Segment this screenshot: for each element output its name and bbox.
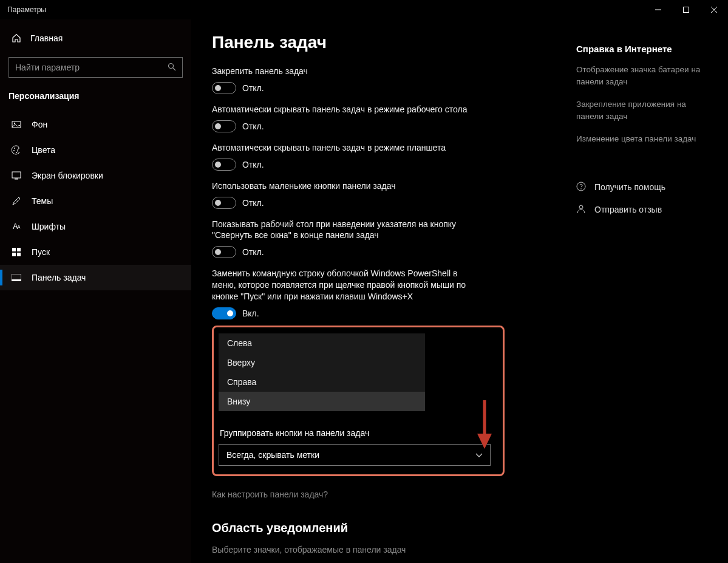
svg-rect-14 <box>17 248 21 251</box>
toggle-lock[interactable] <box>212 82 236 94</box>
svg-point-21 <box>579 205 583 209</box>
nav-start[interactable]: Пуск <box>0 239 191 265</box>
font-icon: AA <box>11 221 22 232</box>
setting-lock-taskbar: Закрепить панель задач Откл. <box>212 66 552 94</box>
setting-powershell: Заменить командную строку оболочкой Wind… <box>212 268 552 319</box>
home-label: Главная <box>30 33 63 43</box>
nav-label: Цвета <box>32 145 55 155</box>
svg-rect-18 <box>12 279 21 281</box>
aside: Справка в Интернете Отображение значка б… <box>576 33 705 563</box>
window-controls <box>644 0 728 19</box>
nav-label: Шрифты <box>32 222 66 231</box>
section-label: Персонализация <box>0 85 191 112</box>
aside-link-color[interactable]: Изменение цвета панели задач <box>576 133 705 145</box>
notification-area-heading: Область уведомлений <box>212 521 552 535</box>
nav-fonts[interactable]: AA Шрифты <box>0 214 191 239</box>
option-left[interactable]: Слева <box>219 333 425 353</box>
home-icon <box>11 33 22 44</box>
group-buttons-select[interactable]: Всегда, скрывать метки <box>219 444 491 466</box>
toggle-autohide-tablet[interactable] <box>212 159 236 171</box>
nav-label: Фон <box>32 120 47 129</box>
setting-label: Автоматически скрывать панель задач в ре… <box>212 142 473 154</box>
svg-point-10 <box>16 152 17 153</box>
annotation-highlight: Слева Вверху Справа Внизу Группировать к… <box>212 326 505 476</box>
svg-point-8 <box>14 148 15 149</box>
search-input[interactable]: Найти параметр <box>9 57 183 78</box>
option-right[interactable]: Справа <box>219 372 425 392</box>
toggle-small-buttons[interactable] <box>212 197 236 209</box>
setting-small-buttons: Использовать маленькие кнопки панели зад… <box>212 180 552 209</box>
toggle-autohide-desktop[interactable] <box>212 120 236 132</box>
nav-themes[interactable]: Темы <box>0 188 191 214</box>
page-title: Панель задач <box>212 33 552 52</box>
aside-link-pin[interactable]: Закрепление приложения на панели задач <box>576 98 705 122</box>
svg-rect-12 <box>15 179 18 180</box>
svg-point-9 <box>13 150 15 151</box>
search-placeholder: Найти параметр <box>15 63 80 72</box>
get-help-label: Получить помощь <box>594 182 665 192</box>
home-nav[interactable]: Главная <box>0 26 191 51</box>
toggle-state: Откл. <box>242 160 264 169</box>
setting-label: Показывать рабочий стол при наведении ук… <box>212 219 473 242</box>
toggle-state: Откл. <box>242 121 264 131</box>
search-icon <box>168 63 176 73</box>
get-help-link[interactable]: Получить помощь <box>576 182 705 193</box>
option-top[interactable]: Вверху <box>219 353 425 372</box>
setting-label: Заменить командную строку оболочкой Wind… <box>212 268 473 302</box>
svg-rect-15 <box>12 253 16 256</box>
minimize-button[interactable] <box>644 0 672 19</box>
svg-rect-6 <box>12 121 21 128</box>
svg-rect-13 <box>12 248 16 251</box>
nav-taskbar[interactable]: Панель задач <box>0 265 191 290</box>
svg-rect-1 <box>684 7 689 13</box>
help-icon <box>576 182 586 193</box>
window-title: Параметры <box>7 5 46 14</box>
svg-point-4 <box>169 63 174 68</box>
svg-point-7 <box>14 123 15 124</box>
setting-autohide-tablet: Автоматически скрывать панель задач в ре… <box>212 142 552 171</box>
nav-background[interactable]: Фон <box>0 112 191 137</box>
help-taskbar-link[interactable]: Как настроить панели задач? <box>212 490 552 499</box>
brush-icon <box>11 196 22 206</box>
content: Панель задач Закрепить панель задач Откл… <box>212 33 552 563</box>
feedback-link[interactable]: Отправить отзыв <box>576 204 705 216</box>
start-icon <box>11 247 22 258</box>
toggle-state: Вкл. <box>242 309 259 318</box>
lockscreen-icon <box>11 170 22 181</box>
feedback-icon <box>576 204 586 216</box>
svg-line-5 <box>173 67 176 70</box>
nav-lockscreen[interactable]: Экран блокировки <box>0 163 191 188</box>
toggle-state: Откл. <box>242 198 264 208</box>
maximize-button[interactable] <box>672 0 700 19</box>
taskbar-icon <box>11 272 22 283</box>
close-button[interactable] <box>700 0 728 19</box>
nav-colors[interactable]: Цвета <box>0 137 191 163</box>
nav-label: Темы <box>32 196 53 206</box>
toggle-state: Откл. <box>242 83 264 93</box>
picture-icon <box>11 119 22 130</box>
setting-label: Закрепить панель задач <box>212 66 473 77</box>
option-bottom[interactable]: Внизу <box>219 392 425 411</box>
taskbar-position-dropdown-open: Слева Вверху Справа Внизу <box>219 333 425 411</box>
annotation-arrow-icon <box>472 400 497 455</box>
svg-point-19 <box>577 182 585 191</box>
select-value: Всегда, скрывать метки <box>226 450 319 460</box>
aside-heading: Справка в Интернете <box>576 44 705 54</box>
svg-rect-16 <box>17 253 21 256</box>
svg-point-20 <box>580 188 582 189</box>
setting-label: Использовать маленькие кнопки панели зад… <box>212 180 473 192</box>
setting-autohide-desktop: Автоматически скрывать панель задач в ре… <box>212 104 552 132</box>
toggle-peek[interactable] <box>212 246 236 258</box>
nav-label: Пуск <box>32 247 50 257</box>
nav-label: Экран блокировки <box>32 171 103 180</box>
nav-label: Панель задач <box>32 273 86 282</box>
titlebar: Параметры <box>0 0 728 19</box>
sidebar: Главная Найти параметр Персонализация Фо… <box>0 19 191 563</box>
toggle-powershell[interactable] <box>212 307 236 319</box>
choose-icons-link[interactable]: Выберите значки, отображаемые в панели з… <box>212 545 552 554</box>
setting-label: Автоматически скрывать панель задач в ре… <box>212 104 473 115</box>
setting-peek-desktop: Показывать рабочий стол при наведении ук… <box>212 219 552 259</box>
aside-link-battery[interactable]: Отображение значка батареи на панели зад… <box>576 64 705 87</box>
feedback-label: Отправить отзыв <box>594 205 662 214</box>
toggle-state: Откл. <box>242 247 264 257</box>
